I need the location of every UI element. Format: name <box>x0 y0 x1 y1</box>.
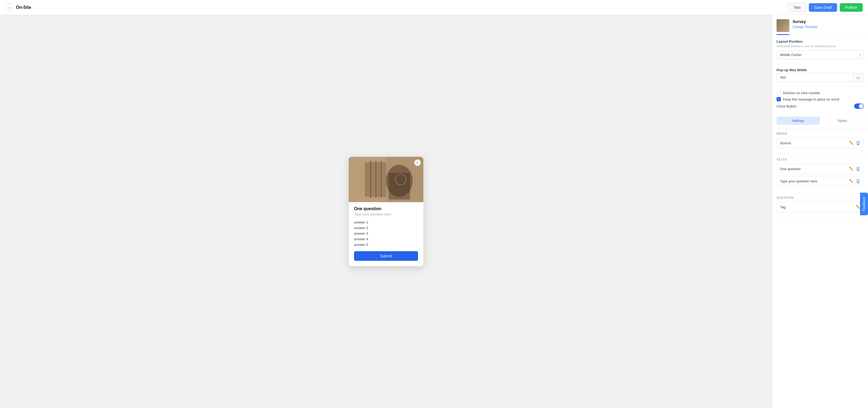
checkboxes-section: Dismiss on click outside Keep this messa… <box>772 86 868 113</box>
list-item: answer 1 <box>354 220 418 225</box>
svg-rect-3 <box>370 161 371 198</box>
feedback-label: Feedback <box>862 197 866 211</box>
close-button-label: Close Button <box>777 104 796 108</box>
layout-position-select-wrapper: Middle Center Top Left Top Center Top Ri… <box>777 50 864 59</box>
popup-image: × <box>349 157 423 202</box>
text2-actions: ✏️ 🗑️ <box>849 179 860 183</box>
tab-styles[interactable]: Styles <box>821 117 864 125</box>
popup-max-width-title: Pop-up Max Width <box>777 68 864 72</box>
survey-thumbnail <box>777 19 789 32</box>
popup-answers: answer 1 answer 2 answer 3 answer 4 answ… <box>354 220 418 247</box>
toggle-knob <box>859 104 863 108</box>
keep-label: Keep this message in place on scroll <box>783 97 839 101</box>
test-button[interactable]: Test <box>788 3 806 12</box>
popup-title: One question <box>354 206 418 211</box>
feedback-tab[interactable]: Feedback <box>860 193 868 215</box>
popup-preview: × One question Type your question here a… <box>349 157 423 266</box>
popup-close-button[interactable]: × <box>414 159 421 166</box>
text2-edit-button[interactable]: ✏️ <box>849 179 854 183</box>
source-edit-button[interactable]: ✏️ <box>849 141 854 145</box>
sidebar-survey-header: Survey Change Template <box>772 15 868 32</box>
popup-body: One question Type your question here ans… <box>349 202 423 266</box>
svg-rect-8 <box>389 173 410 200</box>
settings-styles-tabs: Settings Styles <box>772 113 868 128</box>
popup-max-width-section: Pop-up Max Width px <box>772 64 868 86</box>
media-section: MEDIA Source ✏️ 🗑️ <box>772 128 868 154</box>
source-field-row: Source ✏️ 🗑️ <box>777 138 864 148</box>
source-label: Source <box>780 141 791 145</box>
save-draft-button[interactable]: Save Draft <box>809 3 837 12</box>
dismiss-checkbox-row: Dismiss on click outside <box>777 91 864 95</box>
popup-subtitle: Type your question here <box>354 212 418 216</box>
question-section: QUESTION Tag ✏️ <box>772 192 868 218</box>
publish-button[interactable]: Publish <box>840 3 863 12</box>
sidebar: Survey Change Template Layout Position H… <box>772 15 868 408</box>
tag-field-row: Tag ✏️ <box>777 202 864 212</box>
dismiss-checkbox[interactable] <box>777 91 781 95</box>
layout-position-select[interactable]: Middle Center Top Left Top Center Top Ri… <box>777 50 864 59</box>
text1-field-row: One question ✏️ 🗑️ <box>777 164 864 174</box>
keep-message-checkbox[interactable] <box>777 97 781 101</box>
list-item: answer 4 <box>354 236 418 242</box>
header-left: ‹ On-Site <box>5 3 31 11</box>
change-template-button[interactable]: Change Template <box>793 25 817 29</box>
text1-delete-button[interactable]: 🗑️ <box>856 167 860 171</box>
header: ‹ On-Site Test Save Draft Publish <box>0 0 868 15</box>
active-tab-indicator <box>777 34 789 35</box>
unit-label: px <box>853 73 864 82</box>
popup-submit-button[interactable]: Submit <box>354 251 418 261</box>
source-actions: ✏️ 🗑️ <box>849 141 860 145</box>
tag-actions: ✏️ <box>856 205 860 209</box>
list-item: answer 2 <box>354 225 418 231</box>
survey-info: Survey Change Template <box>793 19 864 29</box>
tag-edit-button[interactable]: ✏️ <box>856 205 860 209</box>
list-item: answer 3 <box>354 231 418 236</box>
keep-message-checkbox-row: Keep this message in place on scroll <box>777 97 864 101</box>
text1-edit-button[interactable]: ✏️ <box>849 167 854 171</box>
text2-label: Type your question here <box>780 179 817 183</box>
back-button[interactable]: ‹ <box>5 3 13 11</box>
layout-position-section: Layout Position Horizontal position is o… <box>772 35 868 64</box>
tag-label: Tag <box>780 205 786 209</box>
texts-section-title: TEXTS <box>777 158 864 161</box>
source-delete-button[interactable]: 🗑️ <box>856 141 860 145</box>
survey-label: Survey <box>793 19 864 24</box>
max-width-input-row: px <box>777 73 864 82</box>
text2-delete-button[interactable]: 🗑️ <box>856 179 860 183</box>
texts-section: TEXTS One question ✏️ 🗑️ Type your quest… <box>772 154 868 192</box>
canvas: × One question Type your question here a… <box>0 15 772 408</box>
dismiss-label: Dismiss on click outside <box>783 91 820 95</box>
list-item: answer 5 <box>354 242 418 247</box>
header-right: Test Save Draft Publish <box>788 3 863 12</box>
svg-rect-5 <box>381 161 382 198</box>
close-button-toggle[interactable] <box>854 104 864 109</box>
back-icon: ‹ <box>9 5 10 9</box>
layout-position-subtitle: Horizontal position is only for desktop … <box>777 45 864 48</box>
tab-settings[interactable]: Settings <box>777 117 820 125</box>
main-layout: × One question Type your question here a… <box>0 15 868 408</box>
max-width-input[interactable] <box>777 73 853 82</box>
page-title: On-Site <box>16 5 31 10</box>
svg-rect-4 <box>375 161 376 198</box>
text2-field-row: Type your question here ✏️ 🗑️ <box>777 176 864 186</box>
layout-position-title: Layout Position <box>777 39 864 43</box>
close-button-toggle-row: Close Button <box>777 104 864 109</box>
text1-actions: ✏️ 🗑️ <box>849 167 860 171</box>
media-section-title: MEDIA <box>777 132 864 135</box>
text1-label: One question <box>780 167 801 171</box>
question-section-title: QUESTION <box>777 196 864 199</box>
